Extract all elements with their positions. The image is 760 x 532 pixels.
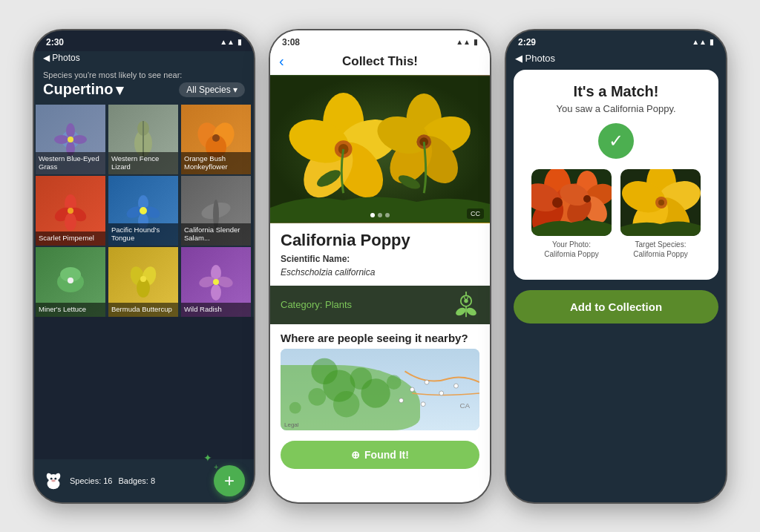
flower-photo-bg: [270, 75, 490, 223]
fab-add-button[interactable]: +: [214, 465, 245, 496]
battery-icon: ▮: [238, 38, 242, 46]
phone-2: 3:08 ▲▲ ▮ ‹ Collect This!: [269, 29, 491, 504]
status-bar-3: 2:29 ▲▲ ▮: [506, 30, 726, 51]
target-photo-label: Target Species:California Poppy: [620, 240, 701, 259]
badges-count: Badges: 8: [118, 476, 155, 485]
found-it-icon: ⊕: [351, 449, 360, 461]
category-row: Category: Plants: [270, 286, 490, 324]
svg-point-81: [421, 401, 425, 406]
time-3: 2:29: [518, 37, 536, 47]
svg-point-35: [211, 284, 221, 301]
phone-3: 2:29 ▲▲ ▮ ◀ Photos It's a Match! You saw…: [505, 29, 727, 504]
dropdown-arrow: ▾: [116, 81, 123, 99]
wifi-icon: ▲▲: [220, 38, 235, 46]
svg-text:CA: CA: [459, 401, 470, 409]
your-photo-item: Your Photo:California Poppy: [531, 169, 612, 259]
species-card-1[interactable]: Western Fence Lizard: [108, 105, 178, 174]
species-label-0: Western Blue-Eyed Grass: [36, 152, 105, 174]
svg-point-97: [583, 195, 591, 203]
svg-point-78: [410, 387, 414, 392]
species-card-3[interactable]: Scarlet Pimpernel: [36, 176, 105, 246]
svg-point-12: [212, 134, 220, 142]
back-label-3[interactable]: ◀ Photos: [515, 53, 555, 64]
svg-point-5: [68, 137, 73, 142]
svg-point-65: [454, 306, 467, 317]
species-card-5[interactable]: California Slender Salam...: [181, 176, 251, 246]
footer-stats: Species: 16 Badges: 8: [43, 470, 155, 491]
svg-point-73: [361, 378, 390, 407]
time-2: 3:08: [282, 37, 300, 47]
svg-point-16: [65, 213, 76, 231]
svg-point-31: [140, 276, 146, 282]
match-check-icon: ✓: [598, 123, 634, 159]
found-it-button[interactable]: ⊕ Found It!: [281, 441, 479, 469]
svg-point-66: [465, 306, 478, 317]
plant-icon: [453, 292, 479, 318]
species-card-0[interactable]: Western Blue-Eyed Grass: [36, 105, 105, 174]
all-species-filter[interactable]: All Species ▾: [179, 82, 245, 97]
species-label-5: California Slender Salam...: [181, 223, 251, 246]
location-name[interactable]: Cupertino ▾: [43, 81, 123, 99]
svg-point-76: [387, 375, 402, 390]
status-icons-3: ▲▲ ▮: [692, 38, 714, 46]
sci-label: Scientific Name:: [281, 254, 350, 264]
carousel-dots: [370, 213, 390, 217]
match-photos: Your Photo:California Poppy: [525, 169, 707, 259]
species-card-4[interactable]: Pacific Hound's Tongue: [108, 176, 178, 246]
species-label-2: Orange Bush Monkeyflower: [181, 152, 251, 174]
sci-name: Eschscholzia californica: [281, 267, 375, 278]
svg-point-27: [68, 278, 73, 283]
phone-2-inner: 3:08 ▲▲ ▮ ‹ Collect This!: [270, 30, 490, 502]
svg-point-41: [50, 477, 53, 479]
flower-photo: CC: [270, 75, 490, 223]
svg-point-105: [658, 200, 664, 206]
nearby-section: Where are people seeing it nearby?: [270, 324, 490, 435]
phone-1: 2:30 ▲▲ ▮ ◀ Photos Species you're most l…: [33, 29, 255, 504]
phone3-header: ◀ Photos: [506, 51, 726, 70]
back-nav-1[interactable]: ◀ Photos: [34, 51, 254, 68]
add-to-collection-button[interactable]: Add to Collection: [514, 290, 718, 324]
phone-3-inner: 2:29 ▲▲ ▮ ◀ Photos It's a Match! You saw…: [506, 30, 726, 502]
svg-point-91: [552, 197, 563, 208]
species-card-8[interactable]: Wild Radish: [181, 247, 251, 317]
collect-title: Collect This!: [342, 54, 418, 69]
your-photo: [531, 169, 612, 236]
status-icons-1: ▲▲ ▮: [220, 38, 242, 46]
cc-badge: CC: [467, 208, 484, 219]
svg-point-77: [289, 401, 301, 413]
phone-1-inner: 2:30 ▲▲ ▮ ◀ Photos Species you're most l…: [34, 30, 254, 502]
dot-2: [378, 213, 382, 217]
back-arrow-2[interactable]: ‹: [279, 53, 284, 70]
svg-point-42: [54, 477, 56, 479]
species-info: California Poppy Scientific Name: Eschsc…: [270, 223, 490, 286]
wifi-icon-3: ▲▲: [692, 38, 707, 46]
species-label-8: Wild Radish: [181, 303, 251, 316]
svg-point-4: [72, 135, 87, 144]
species-count: Species: 16: [70, 476, 112, 485]
species-grid: Western Blue-Eyed Grass Western Fence Li…: [34, 105, 254, 317]
your-photo-image: [531, 169, 612, 236]
nearby-title: Where are people seeing it nearby?: [281, 332, 479, 344]
map-container: CA Legal: [281, 349, 479, 430]
found-it-label: Found It!: [364, 449, 409, 461]
species-card-6[interactable]: Miner's Lettuce: [36, 247, 105, 317]
map-legal: Legal: [284, 421, 299, 428]
species-label-7: Bermuda Buttercup: [108, 303, 178, 316]
species-label-3: Scarlet Pimpernel: [36, 231, 105, 245]
category-label: Category: Plants: [281, 299, 352, 310]
dot-3: [385, 213, 390, 217]
species-card-2[interactable]: Orange Bush Monkeyflower: [181, 105, 251, 174]
svg-point-82: [454, 384, 459, 388]
sparkle-1: ✦: [203, 452, 212, 464]
sparkle-2: +: [214, 463, 218, 471]
species-label-1: Western Fence Lizard: [108, 152, 178, 174]
target-photo: [620, 169, 701, 236]
species-label-4: Pacific Hound's Tongue: [108, 223, 178, 246]
svg-point-3: [54, 135, 69, 144]
svg-point-43: [51, 479, 56, 482]
wifi-icon-2: ▲▲: [456, 38, 471, 46]
svg-point-79: [425, 380, 429, 384]
back-label-1: ◀ Photos: [43, 53, 80, 63]
svg-point-83: [399, 398, 404, 402]
species-card-7[interactable]: Bermuda Buttercup: [108, 247, 178, 317]
